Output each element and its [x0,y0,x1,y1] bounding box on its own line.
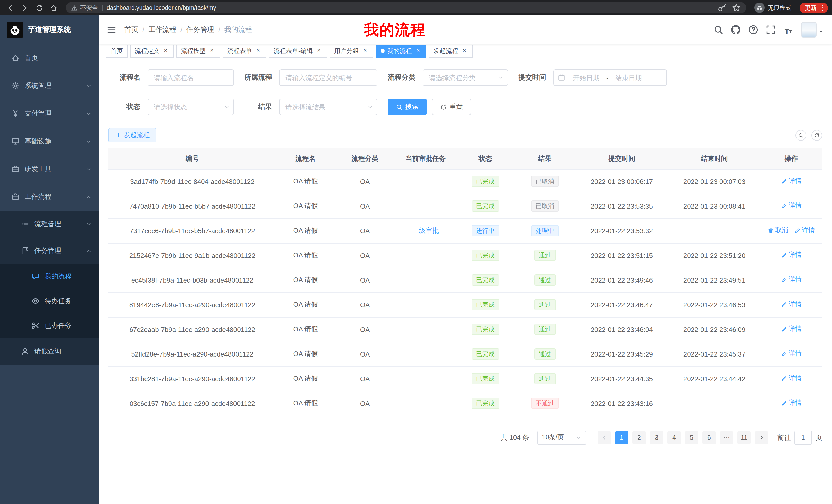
address-bar[interactable]: 不安全 dashboard.yudao.iocoder.cn/bpm/task/… [66,2,746,13]
page-button-5[interactable]: 5 [685,431,698,444]
tab-流程定义[interactable]: 流程定义× [130,45,174,57]
sidebar-item-devtools[interactable]: 研发工具 [0,155,99,183]
result-tag: 通过 [534,250,555,261]
security-label[interactable]: 不安全 [80,4,98,11]
result-select[interactable] [279,99,378,115]
sidebar-item-done-task[interactable]: 已办任务 [0,313,99,338]
toolbar-right-actions [790,130,822,141]
fullscreen-icon[interactable] [766,25,776,35]
help-icon[interactable] [748,25,758,35]
hamburger-icon[interactable] [106,25,117,35]
start-date-input[interactable] [567,74,605,81]
goto-page-input[interactable] [795,430,812,445]
page-button-3[interactable]: 3 [650,431,663,444]
page-button-6[interactable]: 6 [702,431,716,444]
browser-back-button[interactable] [4,2,17,14]
sidebar: 芋道管理系统 首页系统管理支付管理基础设施研发工具工作流程流程管理任务管理我的流… [0,16,99,504]
tab-用户分组[interactable]: 用户分组× [330,45,373,57]
tab-首页[interactable]: 首页 [106,45,128,57]
close-tab-icon[interactable]: × [362,47,369,54]
app-logo[interactable]: 芋道管理系统 [0,16,99,44]
submit-time-range-picker[interactable]: - [553,69,667,86]
sidebar-item-my-process[interactable]: 我的流程 [0,264,99,289]
table-row: 3ad174fb-7b9d-11ec-8404-acde48001122OA 请… [108,169,822,194]
chevron-down-icon[interactable] [818,29,824,34]
close-tab-icon[interactable]: × [208,47,215,54]
detail-link[interactable]: 详情 [781,374,802,383]
category-select[interactable] [423,69,508,86]
current-task-link[interactable]: 一级审批 [412,227,439,234]
pager-ellipsis[interactable]: ··· [720,431,733,444]
process-key-input[interactable] [279,69,378,86]
password-key-icon[interactable] [717,3,727,12]
browser-forward-button[interactable] [19,2,31,14]
close-tab-icon[interactable]: × [162,47,169,54]
search-button[interactable]: 搜索 [388,99,427,115]
cancel-link[interactable]: 取消 [768,226,788,235]
search-icon[interactable] [713,25,724,35]
detail-link[interactable]: 详情 [795,226,815,235]
detail-link[interactable]: 详情 [781,300,802,309]
end-date-input[interactable] [609,74,648,81]
sidebar-item-system[interactable]: 系统管理 [0,72,99,100]
refresh-table-button[interactable] [811,130,822,141]
font-size-icon[interactable]: TT [783,25,794,35]
sidebar-item-leave-query[interactable]: 请假查询 [0,338,99,365]
detail-link[interactable]: 详情 [781,325,802,334]
status-select-input[interactable] [148,99,234,115]
result-select-input[interactable] [279,99,378,115]
cell-category: OA [335,342,395,366]
detail-link[interactable]: 详情 [781,202,802,211]
browser-update-button[interactable]: 更新 [800,2,828,13]
tab-流程表单-编辑[interactable]: 流程表单-编辑× [269,45,327,57]
sidebar-item-task-mgmt[interactable]: 任务管理 [0,237,99,264]
page-button-11[interactable]: 11 [737,431,751,444]
show-search-button[interactable] [796,130,806,141]
detail-link[interactable]: 详情 [781,399,802,408]
detail-link[interactable]: 详情 [781,251,802,260]
status-select[interactable] [148,99,234,115]
tab-发起流程[interactable]: 发起流程× [429,45,473,57]
sidebar-item-todo-task[interactable]: 待办任务 [0,289,99,313]
avatar[interactable] [801,22,816,37]
menu-dots-icon[interactable] [819,4,826,11]
status-tag: 已完成 [471,200,499,212]
create-process-button[interactable]: 发起流程 [108,128,156,142]
next-page-button[interactable] [755,431,768,444]
github-icon[interactable] [731,25,741,35]
tab-我的流程[interactable]: 我的流程× [376,45,426,57]
browser-reload-button[interactable] [33,2,45,14]
breadcrumb-item[interactable]: 任务管理 [186,25,214,34]
close-tab-icon[interactable]: × [255,47,262,54]
reset-button[interactable]: 重置 [432,99,471,115]
bookmark-star-icon[interactable] [732,3,741,12]
category-select-input[interactable] [423,69,508,86]
process-name-input[interactable] [148,69,234,86]
sidebar-item-home[interactable]: 首页 [0,44,99,72]
breadcrumb-item[interactable]: 工作流程 [149,25,176,34]
sidebar-item-infrastructure[interactable]: 基础设施 [0,128,99,155]
close-tab-icon[interactable]: × [414,47,422,54]
page-button-4[interactable]: 4 [668,431,681,444]
page-size-select[interactable]: 10条/页 [537,430,586,445]
search-icon [396,104,402,110]
detail-link[interactable]: 详情 [781,177,802,186]
close-tab-icon[interactable]: × [461,47,468,54]
detail-link[interactable]: 详情 [781,276,802,284]
sidebar-item-payment[interactable]: 支付管理 [0,100,99,128]
cell-process-name: OA 请假 [276,169,335,194]
sidebar-item-workflow[interactable]: 工作流程 [0,183,99,211]
breadcrumb-item[interactable]: 首页 [125,25,138,34]
close-tab-icon[interactable]: × [315,47,322,54]
page-button-1[interactable]: 1 [615,431,628,444]
table-row: 819442e8-7b9a-11ec-a290-acde48001122OA 请… [108,292,822,317]
browser-home-button[interactable] [47,2,60,14]
tab-流程表单[interactable]: 流程表单× [223,45,266,57]
sidebar-item-process-mgmt[interactable]: 流程管理 [0,211,99,237]
url-text[interactable]: dashboard.yudao.iocoder.cn/bpm/task/my [107,5,216,11]
prev-page-button[interactable] [598,431,611,444]
cell-submit-time: 2022-01-22 23:46:04 [575,317,669,342]
detail-link[interactable]: 详情 [781,349,802,358]
page-button-2[interactable]: 2 [632,431,646,444]
tab-流程模型[interactable]: 流程模型× [176,45,220,57]
